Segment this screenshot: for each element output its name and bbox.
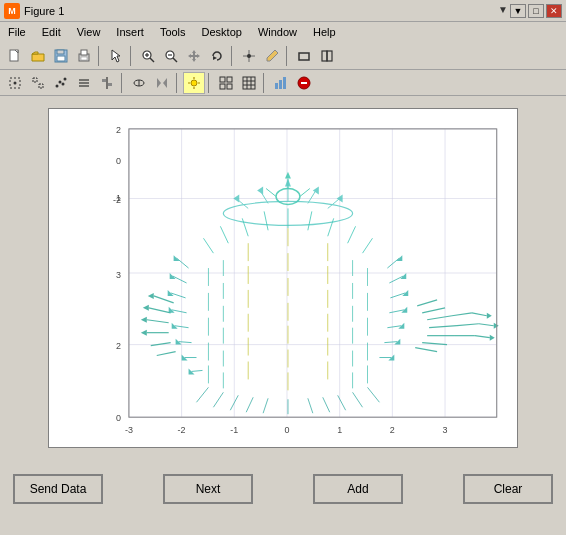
svg-marker-16: [213, 56, 217, 60]
title-controls[interactable]: ▼ ▼ □ ✕: [498, 4, 562, 18]
save-button[interactable]: [50, 45, 72, 67]
svg-point-28: [59, 80, 62, 83]
select-tool-button[interactable]: [4, 72, 26, 94]
svg-rect-3: [57, 50, 64, 54]
pan-button[interactable]: [183, 45, 205, 67]
svg-marker-15: [188, 50, 200, 62]
svg-text:-1: -1: [230, 425, 238, 435]
svg-point-30: [64, 77, 67, 80]
svg-rect-50: [243, 77, 255, 89]
app-icon: M: [4, 3, 20, 19]
svg-rect-46: [220, 77, 225, 82]
plot-tools-button[interactable]: [270, 72, 292, 94]
maximize-button[interactable]: □: [528, 4, 544, 18]
svg-rect-21: [322, 51, 327, 61]
svg-text:0: 0: [116, 413, 121, 423]
svg-text:2: 2: [116, 125, 121, 135]
minimize-button[interactable]: ▼: [510, 4, 526, 18]
sep-8: [263, 73, 267, 93]
distribute-button[interactable]: [96, 72, 118, 94]
stop-button[interactable]: [293, 72, 315, 94]
menu-desktop[interactable]: Desktop: [198, 25, 246, 39]
menu-tools[interactable]: Tools: [156, 25, 190, 39]
svg-text:3: 3: [443, 425, 448, 435]
svg-line-13: [173, 58, 177, 62]
zoom-out-button[interactable]: [160, 45, 182, 67]
menu-file[interactable]: File: [4, 25, 30, 39]
svg-rect-2: [57, 56, 65, 61]
sep-7: [208, 73, 212, 93]
insert-shape-button[interactable]: [316, 45, 338, 67]
grid-button[interactable]: [215, 72, 237, 94]
svg-rect-57: [283, 77, 286, 89]
svg-text:-3: -3: [125, 425, 133, 435]
menu-view[interactable]: View: [73, 25, 105, 39]
sep-5: [121, 73, 125, 93]
grid2-button[interactable]: [238, 72, 260, 94]
svg-point-27: [56, 84, 59, 87]
svg-point-19: [247, 54, 251, 58]
svg-marker-40: [163, 78, 167, 88]
title-left: M Figure 1: [4, 3, 64, 19]
print-button[interactable]: [73, 45, 95, 67]
select-button[interactable]: [105, 45, 127, 67]
scatter-button[interactable]: [50, 72, 72, 94]
menu-help[interactable]: Help: [309, 25, 340, 39]
svg-rect-47: [227, 77, 232, 82]
new-button[interactable]: [4, 45, 26, 67]
svg-text:0: 0: [116, 156, 121, 166]
toolbar-row-2: [0, 70, 566, 96]
menu-bar: File Edit View Insert Tools Desktop Wind…: [0, 22, 566, 42]
chart-svg: 2 0 -2 3 2 0 -3 -2 -1 0 1 2 3 1: [49, 109, 517, 447]
next-button[interactable]: Next: [163, 474, 253, 504]
brush-button[interactable]: [261, 45, 283, 67]
rotate-button[interactable]: [206, 45, 228, 67]
brush-select-button[interactable]: [27, 72, 49, 94]
svg-point-29: [62, 82, 65, 85]
svg-marker-25: [33, 78, 37, 82]
open-button[interactable]: [27, 45, 49, 67]
menu-insert[interactable]: Insert: [112, 25, 148, 39]
menu-window[interactable]: Window: [254, 25, 301, 39]
svg-rect-55: [275, 83, 278, 89]
svg-rect-20: [299, 53, 309, 60]
datacursor-button[interactable]: [238, 45, 260, 67]
rotate3d-button[interactable]: [128, 72, 150, 94]
close-button[interactable]: ✕: [546, 4, 562, 18]
svg-text:2: 2: [116, 341, 121, 351]
insert-rect-button[interactable]: [293, 45, 315, 67]
sep-1: [98, 46, 102, 66]
bottom-bar: Send Data Next Add Clear: [0, 464, 566, 514]
window-title: Figure 1: [24, 5, 64, 17]
svg-text:3: 3: [116, 270, 121, 280]
main-area: 2 0 -2 3 2 0 -3 -2 -1 0 1 2 3 1: [0, 96, 566, 456]
svg-point-41: [191, 80, 197, 86]
svg-text:2: 2: [390, 425, 395, 435]
svg-rect-56: [279, 80, 282, 89]
align-button[interactable]: [73, 72, 95, 94]
title-bar: M Figure 1 ▼ ▼ □ ✕: [0, 0, 566, 22]
sep-3: [231, 46, 235, 66]
sep-6: [176, 73, 180, 93]
svg-text:1: 1: [116, 193, 121, 203]
svg-marker-7: [112, 50, 120, 62]
svg-rect-49: [227, 84, 232, 89]
svg-text:-2: -2: [178, 425, 186, 435]
light-button[interactable]: [183, 72, 205, 94]
clear-button[interactable]: Clear: [463, 474, 553, 504]
add-button[interactable]: Add: [313, 474, 403, 504]
figure-area: 2 0 -2 3 2 0 -3 -2 -1 0 1 2 3 1: [48, 108, 518, 448]
svg-rect-48: [220, 84, 225, 89]
svg-text:1: 1: [337, 425, 342, 435]
menu-edit[interactable]: Edit: [38, 25, 65, 39]
toolbar-row-1: [0, 42, 566, 70]
svg-point-24: [14, 81, 17, 84]
zoom-in-button[interactable]: [137, 45, 159, 67]
svg-marker-39: [157, 78, 161, 88]
svg-rect-6: [81, 57, 87, 60]
flip-button[interactable]: [151, 72, 173, 94]
dropdown-arrow[interactable]: ▼: [498, 4, 508, 18]
svg-line-9: [150, 58, 154, 62]
send-data-button[interactable]: Send Data: [13, 474, 103, 504]
svg-marker-26: [39, 84, 43, 88]
